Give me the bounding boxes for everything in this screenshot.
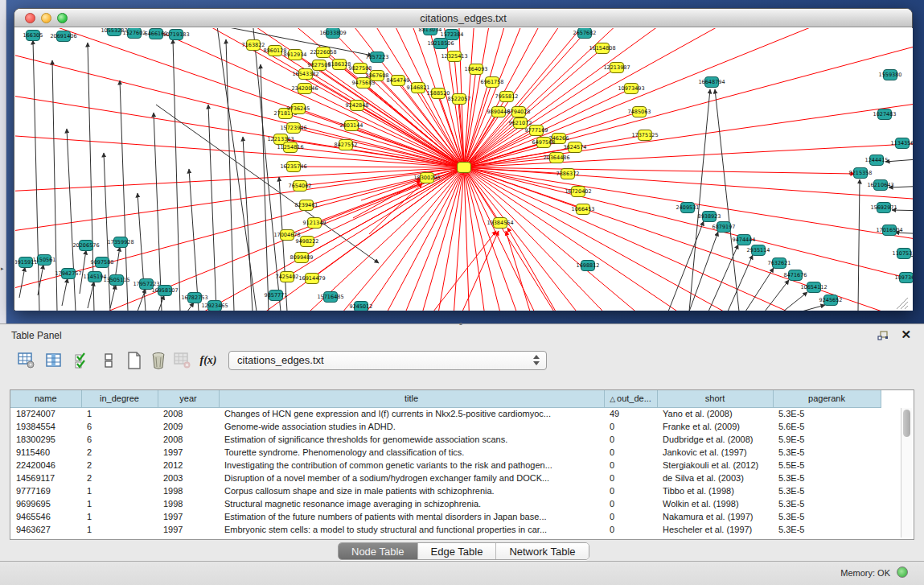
table-cell[interactable]: 2: [81, 446, 158, 459]
table-cell[interactable]: Franke et al. (2009): [657, 420, 773, 433]
network-node[interactable]: 7485063: [628, 107, 651, 117]
network-edge[interactable]: [173, 39, 180, 311]
network-node[interactable]: 16782753: [181, 293, 207, 303]
network-node[interactable]: 9245012: [350, 302, 373, 311]
network-node[interactable]: 10719183: [162, 30, 189, 40]
network-node[interactable]: 1698812: [577, 261, 600, 271]
table-cell[interactable]: Disruption of a novel member of a sodium…: [219, 472, 604, 484]
select-columns-button[interactable]: [71, 350, 92, 371]
table-cell[interactable]: 5.3E-5: [773, 484, 881, 497]
table-cell[interactable]: Tourette syndrome. Phenomenology and cla…: [219, 446, 604, 459]
table-cell[interactable]: 6: [81, 433, 158, 446]
network-node[interactable]: 12213987: [603, 63, 630, 73]
table-row[interactable]: 969969511998Structural magnetic resonanc…: [10, 497, 881, 510]
table-cell[interactable]: 5.6E-5: [773, 420, 881, 433]
network-node[interactable]: 9777169: [525, 126, 548, 136]
table-row[interactable]: 1456911722003Disruption of a novel membe…: [10, 472, 881, 484]
network-edge[interactable]: [189, 169, 199, 311]
network-node[interactable]: 9097588: [91, 257, 114, 268]
network-edge[interactable]: [858, 179, 860, 311]
table-cell[interactable]: 0: [604, 510, 657, 523]
network-edge[interactable]: [708, 245, 738, 311]
tab-network-table[interactable]: Network Table: [495, 543, 588, 559]
network-node[interactable]: 16720402: [565, 187, 591, 197]
network-edge[interactable]: [187, 303, 194, 311]
network-node[interactable]: 7955812: [495, 92, 519, 102]
network-node[interactable]: 8239461: [295, 200, 318, 211]
network-node[interactable]: 17942757: [55, 269, 81, 279]
table-cell[interactable]: Structural magnetic resonance image aver…: [219, 497, 604, 510]
table-cell[interactable]: 0: [604, 472, 657, 484]
network-edge[interactable]: [298, 109, 464, 167]
show-column-button[interactable]: [43, 350, 64, 371]
network-edge[interactable]: [715, 89, 739, 311]
table-cell[interactable]: 1: [81, 497, 158, 510]
table-cell[interactable]: 5.3E-5: [773, 510, 881, 523]
network-node[interactable]: 12923465: [201, 301, 228, 311]
table-cell[interactable]: 0: [604, 420, 657, 433]
table-cell[interactable]: 1998: [158, 497, 219, 510]
network-node[interactable]: 8186328: [328, 60, 351, 70]
network-canvas[interactable]: 7163822886012889129342222605898275051654…: [15, 28, 913, 311]
network-node[interactable]: 17359928: [107, 237, 133, 248]
table-cell[interactable]: 18300295: [10, 433, 81, 446]
network-node[interactable]: 16033809: [319, 28, 346, 39]
network-node[interactable]: 19218506: [427, 39, 454, 49]
table-cell[interactable]: Tibbo et al. (1998): [657, 484, 773, 497]
network-node[interactable]: 15692971: [870, 203, 897, 213]
network-node[interactable]: 17016504: [876, 225, 902, 236]
network-node[interactable]: 16543382: [292, 69, 318, 80]
network-node[interactable]: 1027483: [873, 109, 897, 120]
table-cell[interactable]: 2008: [158, 433, 219, 446]
table-cell[interactable]: 0: [604, 497, 657, 510]
table-cell[interactable]: 9115460: [10, 446, 81, 459]
table-cell[interactable]: 2: [81, 459, 158, 472]
table-cell[interactable]: 1998: [158, 484, 219, 497]
network-edge[interactable]: [104, 153, 110, 311]
network-edge[interactable]: [62, 278, 68, 306]
table-cell[interactable]: Jankovic et al. (1997): [657, 446, 773, 459]
network-edge[interactable]: [19, 267, 25, 298]
table-cell[interactable]: Investigating the contribution of common…: [219, 459, 604, 472]
table-cell[interactable]: Hescheler et al. (1997): [657, 523, 773, 536]
table-cell[interactable]: 14569117: [10, 472, 81, 484]
network-edge[interactable]: [261, 64, 269, 311]
table-row[interactable]: 1872400712008Changes of HCN gene express…: [10, 407, 881, 420]
table-cell[interactable]: 2: [81, 472, 158, 484]
network-edge[interactable]: [67, 129, 76, 311]
table-cell[interactable]: 0: [604, 446, 657, 459]
network-node[interactable]: 19384554: [487, 218, 513, 229]
network-edge[interactable]: [110, 285, 116, 308]
network-node[interactable]: 7632621: [768, 258, 791, 269]
scrollbar-thumb[interactable]: [903, 410, 910, 437]
network-edge[interactable]: [507, 228, 556, 311]
network-edge[interactable]: [783, 292, 807, 311]
table-cell[interactable]: 1: [81, 484, 158, 497]
table-row[interactable]: 1830029562008Estimation of significance …: [10, 433, 881, 446]
network-node[interactable]: 16958107: [151, 286, 178, 296]
network-edge[interactable]: [506, 231, 530, 311]
table-cell[interactable]: 18724007: [10, 407, 81, 420]
table-cell[interactable]: 0: [604, 459, 657, 472]
network-edge[interactable]: [281, 139, 464, 167]
network-edge[interactable]: [689, 89, 710, 311]
table-cell[interactable]: Genome-wide association studies in ADHD.: [219, 420, 604, 433]
table-row[interactable]: 2242004622012Investigating the contribut…: [10, 459, 881, 472]
table-cell[interactable]: Stergiakouli et al. (2012): [657, 459, 773, 472]
table-cell[interactable]: 5.5E-5: [773, 459, 881, 472]
network-node[interactable]: 2935114: [747, 245, 770, 256]
table-cell[interactable]: 1: [81, 510, 158, 523]
table-cell[interactable]: 5.3E-5: [773, 446, 881, 459]
vertical-scrollbar[interactable]: [901, 408, 912, 538]
network-node[interactable]: 11254816: [277, 142, 303, 153]
network-node[interactable]: 1097362: [895, 273, 913, 283]
network-node[interactable]: 6961758: [481, 77, 504, 88]
network-node[interactable]: 2657682: [573, 28, 597, 39]
new-column-button[interactable]: [124, 350, 145, 371]
network-node[interactable]: 7857223: [366, 52, 389, 63]
network-edge[interactable]: [138, 289, 146, 311]
network-node[interactable]: 6497568: [532, 138, 556, 148]
table-cell[interactable]: 1997: [158, 446, 219, 459]
column-header-year[interactable]: year: [158, 390, 219, 407]
table-cell[interactable]: 1: [81, 407, 158, 420]
